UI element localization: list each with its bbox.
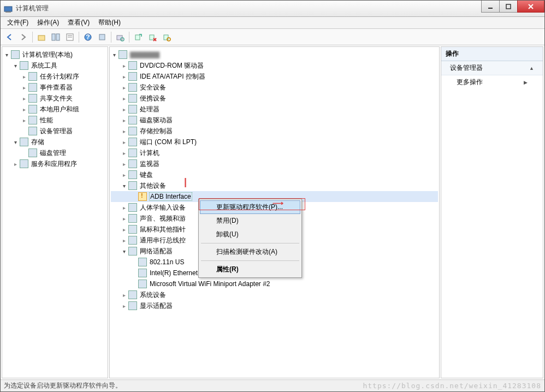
device-item[interactable]: 处理器 [111, 104, 438, 115]
tree-label: 计算机管理(本地) [22, 50, 73, 60]
twisty-icon[interactable] [121, 292, 127, 298]
twisty-icon[interactable] [131, 193, 137, 200]
twisty-icon[interactable] [121, 84, 127, 91]
twisty-icon[interactable] [121, 182, 127, 189]
twisty-icon[interactable] [3, 51, 10, 58]
tree-item[interactable]: 任务计划程序 [3, 71, 106, 82]
tree-label: 共享文件夹 [39, 94, 73, 103]
device-item[interactable]: IDE ATA/ATAPI 控制器 [111, 71, 438, 82]
tree-item[interactable]: 计算机管理(本地) [3, 49, 106, 60]
twisty-icon[interactable] [121, 106, 127, 112]
device-item[interactable]: 便携设备 [111, 93, 438, 104]
device-icon [128, 138, 137, 146]
twisty-icon[interactable] [21, 117, 27, 123]
twisty-icon[interactable] [121, 302, 127, 309]
twisty-icon[interactable] [21, 128, 27, 134]
twisty-icon[interactable] [121, 171, 127, 178]
context-menu-item[interactable]: 扫描检测硬件改动(A) [200, 245, 300, 259]
twisty-icon[interactable] [131, 281, 137, 287]
device-item[interactable]: 其他设备 [111, 180, 438, 191]
tree-item[interactable]: 本地用户和组 [3, 104, 106, 115]
twisty-icon[interactable] [21, 84, 27, 91]
twisty-icon[interactable] [21, 95, 27, 102]
twisty-icon[interactable] [131, 270, 137, 276]
nav-tree[interactable]: 计算机管理(本地)系统工具任务计划程序事件查看器共享文件夹本地用户和组性能设备管… [2, 47, 108, 171]
twisty-icon[interactable] [121, 161, 127, 167]
tree-item[interactable]: 共享文件夹 [3, 93, 106, 104]
tree-item[interactable]: 服务和应用程序 [3, 158, 106, 169]
device-item[interactable]: 计算机 [111, 147, 438, 158]
device-item[interactable]: 安全设备 [111, 82, 438, 93]
tree-item[interactable]: 设备管理器 [3, 126, 106, 136]
twisty-icon[interactable] [21, 106, 27, 112]
device-icon [138, 192, 147, 201]
device-item[interactable]: Microsoft Virtual WiFi Miniport Adapter … [111, 278, 438, 289]
twisty-icon[interactable] [121, 73, 127, 80]
titlebar[interactable]: 计算机管理 [1, 1, 544, 17]
twisty-icon[interactable] [121, 150, 127, 156]
actions-more[interactable]: 更多操作 ▶ [441, 75, 543, 89]
twisty-icon[interactable] [12, 139, 19, 145]
twisty-icon[interactable] [121, 226, 127, 233]
up-button[interactable] [35, 31, 48, 44]
disable-button[interactable] [160, 31, 173, 44]
device-item[interactable]: 监视器 [111, 158, 438, 169]
context-menu-item[interactable]: 更新驱动程序软件(P)... [200, 200, 300, 214]
menu-action[interactable]: 操作(A) [33, 17, 63, 28]
device-item[interactable]: 键盘 [111, 169, 438, 180]
twisty-icon[interactable] [121, 204, 127, 211]
context-menu-item[interactable]: 禁用(D) [200, 214, 300, 228]
body: 计算机管理(本地)系统工具任务计划程序事件查看器共享文件夹本地用户和组性能设备管… [1, 45, 544, 379]
menu-view[interactable]: 查看(V) [63, 17, 94, 28]
device-icon [128, 61, 137, 70]
twisty-icon[interactable] [111, 51, 117, 58]
separator [79, 32, 79, 43]
device-item[interactable]: 存储控制器 [111, 126, 438, 136]
actions-header: 操作 [441, 47, 543, 61]
device-label: 其他设备 [139, 181, 167, 191]
tree-item[interactable]: 系统工具 [3, 60, 106, 71]
twisty-icon[interactable] [121, 139, 127, 145]
twisty-icon[interactable] [121, 62, 127, 69]
twisty-icon[interactable] [12, 161, 19, 167]
back-button[interactable] [3, 31, 16, 44]
twisty-icon[interactable] [21, 73, 27, 80]
maximize-button[interactable] [499, 1, 518, 13]
device-tree-panel: ▇▇▇▇▇▇DVD/CD-ROM 驱动器IDE ATA/ATAPI 控制器安全设… [109, 46, 440, 378]
twisty-icon[interactable] [121, 95, 127, 102]
close-button[interactable] [517, 1, 544, 13]
menu-file[interactable]: 文件(F) [3, 17, 33, 28]
device-item[interactable]: 显示适配器 [111, 300, 438, 311]
scan-button[interactable] [114, 31, 127, 44]
context-menu-item[interactable]: 属性(R) [200, 263, 300, 276]
device-item[interactable]: DVD/CD-ROM 驱动器 [111, 60, 438, 71]
menu-help[interactable]: 帮助(H) [94, 17, 125, 28]
tree-item[interactable]: 磁盘管理 [3, 147, 106, 158]
device-item[interactable]: 端口 (COM 和 LPT) [111, 136, 438, 147]
properties-button[interactable] [63, 31, 76, 44]
tree-item[interactable]: 存储 [3, 136, 106, 147]
twisty-icon[interactable] [21, 150, 27, 156]
twisty-icon[interactable] [121, 237, 127, 243]
twisty-icon[interactable] [131, 259, 137, 265]
show-hide-tree-button[interactable] [49, 31, 62, 44]
twisty-icon[interactable] [121, 117, 127, 123]
device-item[interactable]: 磁盘驱动器 [111, 115, 438, 126]
forward-button[interactable] [17, 31, 30, 44]
tree-item[interactable]: 事件查看器 [3, 82, 106, 93]
context-menu-item[interactable]: 卸载(U) [200, 228, 300, 241]
uninstall-button[interactable] [146, 31, 159, 44]
device-item[interactable]: 系统设备 [111, 289, 438, 300]
twisty-icon[interactable] [121, 248, 127, 254]
actions-section[interactable]: 设备管理器 ▲ [441, 61, 543, 75]
twisty-icon[interactable] [121, 128, 127, 134]
update-driver-button[interactable] [132, 31, 145, 44]
twisty-icon[interactable] [121, 215, 127, 222]
device-root[interactable]: ▇▇▇▇▇▇ [111, 49, 438, 60]
help-button[interactable]: ? [81, 31, 94, 44]
twisty-icon[interactable] [12, 62, 19, 69]
minimize-button[interactable] [481, 1, 500, 13]
view-button[interactable] [96, 31, 109, 44]
tree-label: 磁盘管理 [39, 149, 67, 158]
tree-item[interactable]: 性能 [3, 115, 106, 126]
